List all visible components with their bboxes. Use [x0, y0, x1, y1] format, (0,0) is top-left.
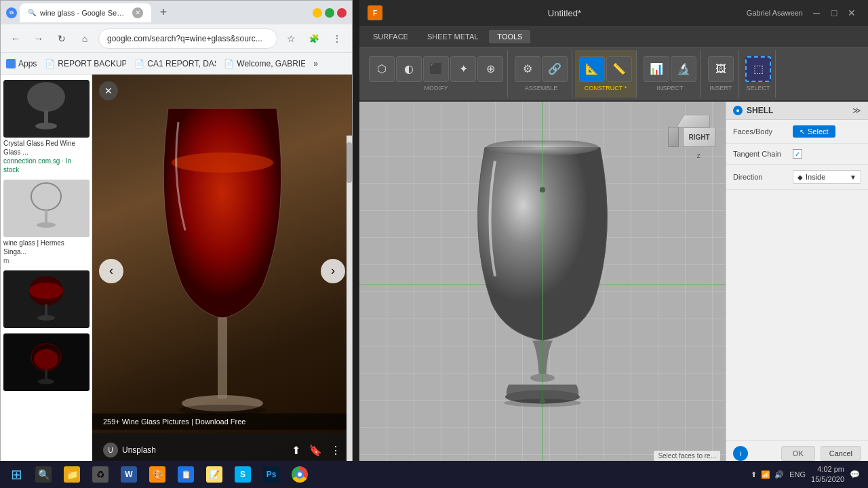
ribbon-assemble-btn2[interactable]: 🔗 — [542, 56, 568, 82]
image-close-btn[interactable]: ✕ — [99, 81, 118, 100]
viewport-3d[interactable]: RIGHT Z Select faces to re... — [359, 102, 726, 466]
sidebar-image-4[interactable] — [3, 333, 89, 391]
reload-btn[interactable]: ↻ — [52, 29, 71, 48]
tangent-chain-checkbox[interactable] — [793, 149, 802, 159]
address-bar[interactable]: google.com/search?q=wine+glass&sourc... — [98, 28, 277, 49]
language-indicator[interactable]: ENG — [789, 470, 806, 479]
tab-sheet-metal[interactable]: SHEET METAL — [419, 30, 486, 43]
ribbon-btn-2[interactable]: ◐ — [396, 56, 422, 82]
browser-content: Crystal Glass Red Wine Glass ... connect… — [1, 75, 352, 467]
tab-tools[interactable]: TOOLS — [489, 30, 530, 43]
forward-btn[interactable]: → — [29, 29, 48, 48]
direction-value: Inside — [806, 173, 825, 181]
taskbar-ps[interactable]: Ps — [258, 461, 285, 488]
browser-tab[interactable]: 🔍 wine glass - Google Search ✕ — [20, 3, 151, 22]
sidebar-image-3[interactable] — [3, 270, 89, 328]
tab-sheet-metal-label: SHEET METAL — [427, 33, 478, 41]
image-actions: ⬆ 🔖 ⋮ — [292, 444, 341, 457]
ribbon-inspect-btn2[interactable]: 🔬 — [671, 56, 696, 82]
taskbar-clock[interactable]: 4:02 pm 15/5/2020 — [811, 464, 844, 485]
taskbar-search[interactable]: 🔍 — [30, 461, 57, 488]
ribbon-btn-1[interactable]: ⬡ — [369, 56, 395, 82]
new-tab-btn[interactable]: + — [154, 3, 173, 22]
bookmark-apps[interactable]: Apps — [6, 59, 37, 68]
ribbon-construct-btn2[interactable]: 📏 — [606, 56, 632, 82]
fusion-minimize-btn[interactable]: ─ — [808, 5, 825, 21]
ribbon-inspect-btn1[interactable]: 📊 — [644, 56, 669, 82]
shell-expand-btn[interactable]: ≫ — [852, 106, 861, 115]
save-btn[interactable]: 🔖 — [309, 444, 322, 457]
shell-title: ● SHELL — [733, 106, 773, 115]
ribbon-btn-4[interactable]: ✦ — [450, 56, 476, 82]
shell-tangent-row: Tangent Chain — [726, 144, 868, 165]
taskbar-file-explorer[interactable]: 📁 — [58, 461, 85, 488]
fusion-close-btn[interactable]: ✕ — [844, 5, 860, 21]
more-btn[interactable]: ⋮ — [330, 444, 341, 457]
extension-btn[interactable]: 🧩 — [304, 29, 323, 48]
bookmark-more[interactable]: » — [313, 59, 318, 68]
ribbon-select-btn1[interactable]: ⬚ — [745, 56, 771, 82]
ribbon-construct-btn1[interactable]: 📐 — [579, 56, 605, 82]
sidebar-thumb-1 — [3, 80, 90, 138]
shell-info-icon: ● — [733, 106, 743, 115]
ribbon-btn-3[interactable]: ⬛ — [423, 56, 449, 82]
back-btn[interactable]: ← — [6, 29, 25, 48]
taskbar-skype[interactable]: S — [229, 461, 256, 488]
shell-info-btn[interactable]: i — [733, 446, 748, 461]
notification-btn[interactable]: 💬 — [850, 470, 860, 479]
taskbar-task-manager[interactable]: 📋 — [172, 461, 199, 488]
browser-favicon: G — [6, 7, 17, 18]
glass-3d-model — [448, 141, 637, 426]
svg-point-1 — [27, 82, 65, 112]
tab-surface[interactable]: SURFACE — [365, 30, 416, 43]
scroll-thumb[interactable] — [347, 142, 352, 183]
in-stock-1: connection.com.sg · In stock — [3, 157, 71, 174]
window-controls — [313, 8, 347, 18]
ribbon-assemble-btn1[interactable]: ⚙ — [515, 56, 540, 82]
close-btn[interactable] — [337, 8, 347, 18]
view-cube-top[interactable] — [675, 115, 710, 128]
image-prev-btn[interactable]: ‹ — [99, 259, 123, 283]
taskbar-word[interactable]: W — [115, 461, 142, 488]
view-cube-right[interactable]: RIGHT — [683, 127, 715, 147]
btn1-icon: ⬡ — [377, 64, 387, 75]
bookmark-report-backup[interactable]: 📄 REPORT BACKUP — [45, 59, 126, 68]
view-cube-left[interactable] — [668, 127, 679, 147]
ribbon-insert-btn1[interactable]: 🖼 — [708, 56, 734, 82]
image-next-btn[interactable]: › — [321, 259, 345, 283]
taskbar-paint[interactable]: 🎨 — [144, 461, 171, 488]
bookmark-welcome[interactable]: 📄 Welcome, GABRIEL... — [224, 59, 305, 68]
source-icon: U — [103, 443, 118, 458]
start-btn[interactable]: ⊞ — [3, 461, 30, 488]
maximize-btn[interactable] — [325, 8, 334, 18]
ribbon-btn-5[interactable]: ⊕ — [477, 56, 503, 82]
shell-select-btn[interactable]: ↖ Select — [793, 125, 835, 138]
view-cube-container[interactable]: RIGHT Z — [668, 112, 715, 159]
fusion-maximize-btn[interactable]: □ — [826, 5, 842, 21]
bookmark-btn[interactable]: ☆ — [281, 29, 300, 48]
tab-close-btn[interactable]: ✕ — [132, 7, 143, 18]
taskbar-notepad[interactable]: 📝 — [201, 461, 228, 488]
sidebar-image-2[interactable]: wine glass | Hermes Singa... m — [3, 180, 89, 265]
taskbar-recycle[interactable]: ♻ — [87, 461, 114, 488]
menu-btn[interactable]: ⋮ — [328, 29, 347, 48]
bookmark-ca1[interactable]: 📄 CA1 REPORT, DASE... — [134, 59, 216, 68]
sidebar-image-1[interactable]: Crystal Glass Red Wine Glass ... connect… — [3, 80, 89, 174]
insert-icon1: 🖼 — [715, 64, 726, 75]
share-btn[interactable]: ⬆ — [292, 444, 300, 457]
wifi-icon[interactable]: 📶 — [761, 470, 770, 479]
volume-icon[interactable]: 🔊 — [774, 470, 784, 479]
svg-point-7 — [37, 222, 56, 228]
svg-rect-19 — [218, 317, 227, 399]
shell-cancel-btn[interactable]: Cancel — [821, 446, 861, 461]
direction-dropdown[interactable]: ◆ Inside ▼ — [793, 170, 861, 184]
home-btn[interactable]: ⌂ — [75, 29, 94, 48]
shell-ok-btn[interactable]: OK — [781, 446, 815, 461]
minimize-btn[interactable] — [313, 8, 322, 18]
notifications-icon[interactable]: ⬆ — [751, 470, 757, 479]
wine-glass-photo — [92, 75, 352, 467]
taskbar-chrome[interactable] — [286, 461, 313, 488]
select-icon1: ⬚ — [753, 64, 764, 75]
scroll-indicator — [347, 136, 352, 467]
svg-rect-16 — [45, 369, 47, 380]
